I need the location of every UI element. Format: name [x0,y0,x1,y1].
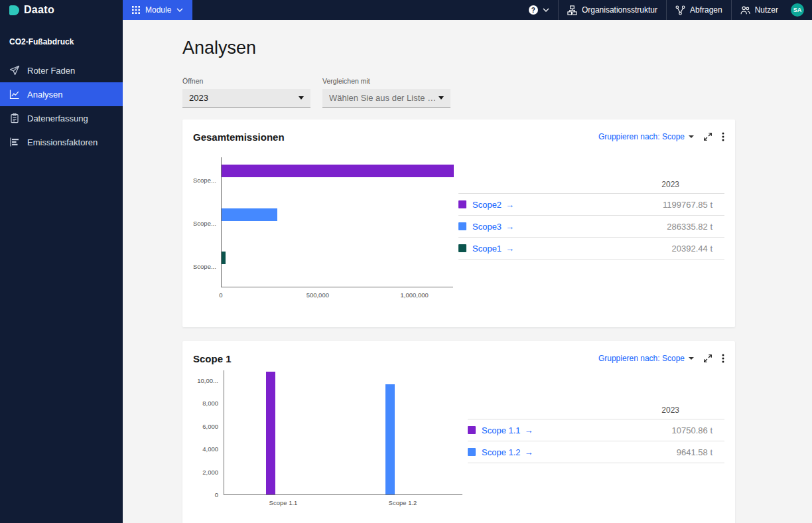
table-header-row: 2023 [458,175,724,194]
x-axis-tick-label: 500,000 [291,291,344,299]
card-controls: Gruppieren nach: Scope [598,353,724,364]
emission-value: 1199767.85 t [663,200,724,210]
sidebar-item-roter-faden[interactable]: Roter Faden [0,58,123,82]
kebab-menu-icon [722,353,724,364]
x-axis-tick-label: 1,000,000 [388,291,441,299]
card-gesamtemissionen: Gesamtemissionen Gruppieren nach: Scope … [182,119,735,327]
table-header-row: 2023 [468,401,724,419]
card-body: Scope...Scope...Scope...0500,0001,000,00… [193,143,724,299]
topbar-item-label: Nutzer [755,5,778,15]
help-circle-icon: ? [529,5,538,15]
module-button-label: Module [145,5,171,15]
send-icon [9,65,20,76]
sidebar-item-label: Roter Faden [27,66,75,76]
topbar-item-nutzer[interactable]: Nutzer [732,0,787,20]
emission-value: 10750.86 t [672,425,724,435]
y-axis-tick-label: 0 [193,491,218,499]
logo-text: Daato [24,4,54,16]
filter-open: Öffnen 2023 [182,77,310,108]
filter-compare: Vergleichen mit Wählen Sie aus der Liste… [322,77,450,108]
chart-plot-area [221,157,453,287]
table-row: Scope 1.1 → 10750.86 t [468,419,724,441]
group-by-dropdown[interactable]: Gruppieren nach: Scope [598,132,694,141]
sidebar-item-emissionsfaktoren[interactable]: Emissionsfaktoren [0,130,123,154]
main-content: Analysen Öffnen 2023 Vergleichen mit Wäh… [123,20,812,523]
card-scope-1: Scope 1 Gruppieren nach: Scope 02,0004,0… [182,341,735,523]
arrow-right-icon[interactable]: → [506,244,514,254]
chart-bar-scope-1.1 [266,372,275,494]
expand-icon [703,132,712,141]
scope-link[interactable]: Scope1 [472,244,502,254]
topbar-item-abfragen[interactable]: Abfragen [667,0,731,20]
topbar-item-label: Organisationsstruktur [582,5,657,15]
chevron-down-icon [543,8,549,12]
expand-icon [703,354,712,363]
expand-button[interactable] [703,354,712,363]
clipboard-icon [9,113,20,123]
topbar: Daato Module ? Organisationsstruktur Abf… [0,0,812,20]
chevron-down-icon [689,135,694,138]
y-axis-tick-label: 4,000 [193,445,218,453]
overflow-menu-button[interactable] [722,353,724,364]
chart-plot-area [224,370,462,495]
arrow-right-icon[interactable]: → [525,425,533,435]
emission-value: 286335.82 t [667,222,724,232]
dropdown-placeholder: Wählen Sie aus der Liste a... [329,93,439,103]
y-axis-category-label: Scope... [193,220,216,228]
y-axis-tick-label: 6,000 [193,423,218,431]
chart-bar-scope-1.2 [385,384,395,494]
logo[interactable]: Daato [0,0,123,20]
queries-icon [675,5,685,15]
table-column-header: 2023 [661,406,679,415]
y-axis-tick-label: 2,000 [193,469,218,477]
overflow-menu-button[interactable] [722,131,724,142]
legend-swatch [458,200,466,208]
x-axis-category-label: Scope 1.2 [370,499,436,507]
arrow-right-icon[interactable]: → [506,200,514,210]
group-by-label: Gruppieren nach: Scope [598,354,685,363]
chart-bar-scope2 [222,165,454,177]
table-row: Scope1 → 20392.44 t [458,238,724,260]
table-column-header: 2023 [661,180,679,189]
emission-value: 20392.44 t [672,244,724,254]
bar-chart-gesamtemissionen: Scope...Scope...Scope...0500,0001,000,00… [193,157,453,299]
scope-link[interactable]: Scope2 [472,200,502,210]
chevron-down-icon [689,357,694,360]
topbar-spacer [192,0,520,20]
sidebar-item-label: Emissionsfaktoren [27,137,98,147]
card-title: Scope 1 [193,353,232,364]
arrow-right-icon[interactable]: → [525,447,533,457]
page-title: Analysen [182,37,812,58]
bar-list-icon [9,137,20,147]
module-button[interactable]: Module [123,0,192,20]
filter-label: Vergleichen mit [322,77,450,85]
legend-swatch [468,448,476,456]
scope-link[interactable]: Scope3 [472,222,502,232]
topbar-item-organisationsstruktur[interactable]: Organisationsstruktur [559,0,666,20]
group-by-dropdown[interactable]: Gruppieren nach: Scope [598,354,694,363]
year-dropdown[interactable]: 2023 [182,89,310,108]
bar-chart-scope-1: 02,0004,0006,0008,00010,00...Scope 1.1Sc… [193,370,462,507]
y-axis-category-label: Scope... [193,263,216,271]
arrow-right-icon[interactable]: → [506,222,514,232]
scope-link[interactable]: Scope 1.2 [482,447,521,457]
y-axis-tick-label: 8,000 [193,400,218,408]
legend-swatch [458,222,466,230]
card-title: Gesamtemissionen [193,131,285,143]
compare-dropdown[interactable]: Wählen Sie aus der Liste a... [322,89,450,108]
expand-button[interactable] [703,132,712,141]
sidebar-item-datenerfassung[interactable]: Datenerfassung [0,106,123,130]
card-header: Scope 1 Gruppieren nach: Scope [193,352,724,365]
help-menu[interactable]: ? [520,0,558,20]
y-axis-category-label: Scope... [193,177,216,185]
emission-value: 9641.58 t [677,447,724,457]
filters-row: Öffnen 2023 Vergleichen mit Wählen Sie a… [182,77,812,108]
filter-label: Öffnen [182,77,310,85]
x-axis-category-label: Scope 1.1 [250,499,316,507]
chart-bar-scope3 [222,208,277,221]
table-row: Scope2 → 1199767.85 t [458,194,724,216]
sidebar-item-analysen[interactable]: Analysen [0,82,123,106]
user-avatar[interactable]: SA [791,3,804,17]
scope-link[interactable]: Scope 1.1 [482,425,521,435]
chart-bar-scope1 [222,252,226,264]
